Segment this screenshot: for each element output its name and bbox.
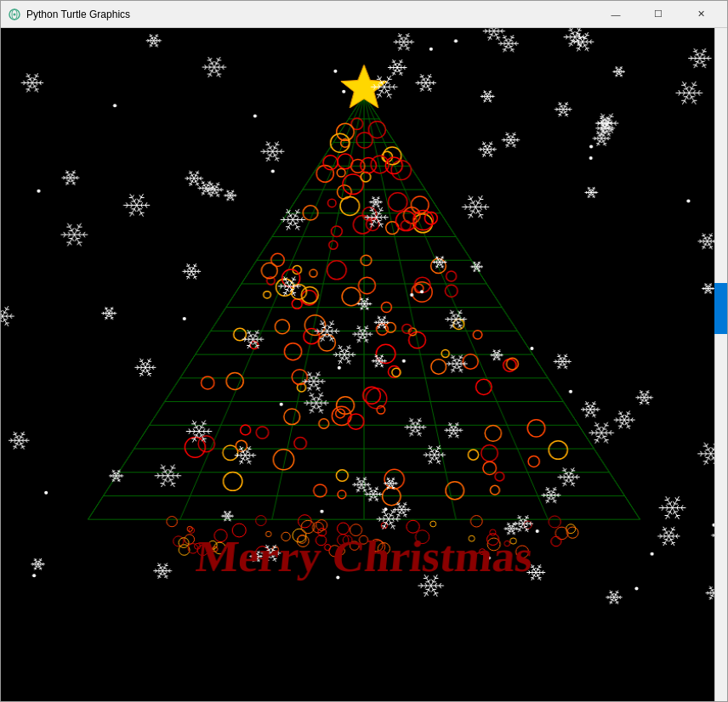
svg-point-2 bbox=[14, 13, 16, 15]
titlebar: Python Turtle Graphics — ☐ ✕ bbox=[1, 1, 727, 28]
close-button[interactable]: ✕ bbox=[681, 1, 720, 28]
scrollbar-thumb[interactable] bbox=[714, 283, 727, 334]
canvas-area bbox=[1, 28, 727, 701]
window-controls: — ☐ ✕ bbox=[596, 1, 720, 28]
minimize-button[interactable]: — bbox=[596, 1, 635, 28]
app-icon bbox=[8, 8, 21, 21]
window-title: Python Turtle Graphics bbox=[26, 8, 596, 20]
window: Python Turtle Graphics — ☐ ✕ bbox=[0, 0, 728, 702]
scrollbar-right[interactable] bbox=[714, 28, 727, 701]
turtle-canvas bbox=[1, 28, 727, 701]
maximize-button[interactable]: ☐ bbox=[639, 1, 678, 28]
